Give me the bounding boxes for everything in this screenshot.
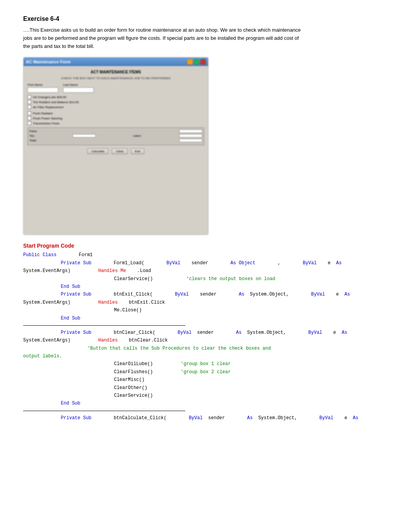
line-clear-service-1: ClearService() 'clears the output boxes … — [69, 275, 387, 283]
line-end-sub-3: End Sub — [39, 399, 387, 407]
line-public-class: Public Class Form1 — [23, 251, 387, 259]
clear-btn: Clear — [112, 148, 127, 154]
title-bar-buttons — [187, 59, 206, 65]
labor-value — [179, 134, 202, 138]
parts-value — [179, 129, 202, 133]
minimize-btn — [187, 59, 193, 65]
cb3-label: Air Filter Replacement — [33, 105, 63, 109]
cb5-label: Flush Power Steering — [33, 117, 62, 120]
labor-label: Labor: — [133, 134, 142, 138]
line-exit-eventargs: System.EventArgs) Handles btnExit.Click — [23, 299, 387, 306]
line-end-sub-2: End Sub — [39, 314, 387, 322]
divider-2 — [23, 411, 185, 411]
cb2 — [27, 100, 31, 104]
exercise-title: Exercise 6-4 — [23, 15, 387, 22]
cb1 — [27, 95, 31, 99]
divider-1 — [23, 325, 185, 326]
exit-btn: Exit — [131, 148, 144, 154]
line-private-sub-clear: Private Sub btnClear_Click( ByVal sender… — [39, 329, 387, 337]
checkbox-area-2: Flush Radiator Flush Power Steering Tran… — [27, 111, 204, 125]
line-clear-misc: ClearMisc() — [69, 376, 387, 384]
line-clear-comment: 'Button that calls the Sub Procedures to… — [54, 345, 387, 352]
line-clear-eventargs: System.EventArgs) Handles btnClear.Click — [23, 337, 387, 344]
first-name-label: First Name — [27, 83, 58, 87]
cb4-label: Flush Radiator — [33, 112, 53, 115]
button-row: Calculate Clear Exit — [27, 148, 204, 154]
line-end-sub-1: End Sub — [39, 283, 387, 291]
tax-label: Tax: — [29, 134, 35, 138]
cb5 — [27, 116, 31, 120]
cb6-label: Transmission Flush — [33, 122, 59, 125]
checkbox-area-1: Oil Change/Lube $26.00 Tire Rotation and… — [27, 95, 204, 109]
first-name-input — [27, 87, 58, 93]
line-clear-other: ClearOther() — [69, 384, 387, 392]
line-load-eventargs: System.EventArgs) Handles Me .Load — [23, 267, 387, 275]
form-subtitle: CHECK THE BOX NEXT TO EACH MAINTENANCE J… — [27, 76, 204, 80]
line-private-sub-exit: Private Sub btnExit_Click( ByVal sender … — [39, 291, 387, 298]
cb1-label: Oil Change/Lube $26.00 — [33, 95, 66, 99]
line-clear-oillube: ClearOilLube() 'group box 1 clear — [69, 360, 387, 368]
section-header: Start Program Code — [23, 243, 387, 249]
calculate-btn: Calculate — [87, 148, 108, 154]
line-clear-flushes: ClearFlushes() 'group box 2 clear — [69, 368, 387, 376]
cb4 — [27, 111, 31, 115]
maximize-btn — [194, 59, 199, 65]
title-bar-text: AC Maintenance Form — [26, 59, 71, 64]
exercise-description: ….This Exercise asks us to build an orde… — [23, 26, 301, 50]
code-block: Public Class Form1 Private Sub Form1_Loa… — [23, 251, 387, 422]
tax-value — [73, 134, 96, 138]
line-clear-comment-2: output labels. — [23, 352, 387, 360]
name-row: First Name Last Name — [27, 83, 204, 93]
close-btn — [200, 59, 206, 65]
last-name-label: Last Name — [63, 83, 94, 87]
form-body: ACT MAINTENANCE ITEMS CHECK THE BOX NEXT… — [24, 66, 208, 235]
form-header: ACT MAINTENANCE ITEMS — [27, 70, 204, 74]
total-value — [179, 139, 202, 142]
line-private-sub-load: Private Sub Form1_Load( ByVal sender As … — [39, 259, 387, 267]
parts-label: Parts: — [29, 129, 37, 133]
last-name-input — [63, 87, 94, 93]
line-clear-service: ClearService() — [69, 392, 387, 399]
cb6 — [27, 121, 31, 125]
cb3 — [27, 105, 31, 109]
total-label: Total: — [29, 139, 37, 142]
cb2-label: Tire Rotation and Balance $14.00 — [33, 100, 79, 104]
output-section: Parts: Tax: Labor: Total: — [27, 127, 204, 145]
form-screenshot: AC Maintenance Form ACT MAINTENANCE ITEM… — [23, 57, 208, 235]
line-me-close: Me.Close() — [69, 306, 387, 314]
line-private-sub-calculate: Private Sub btnCalculate_Click( ByVal se… — [39, 414, 387, 422]
